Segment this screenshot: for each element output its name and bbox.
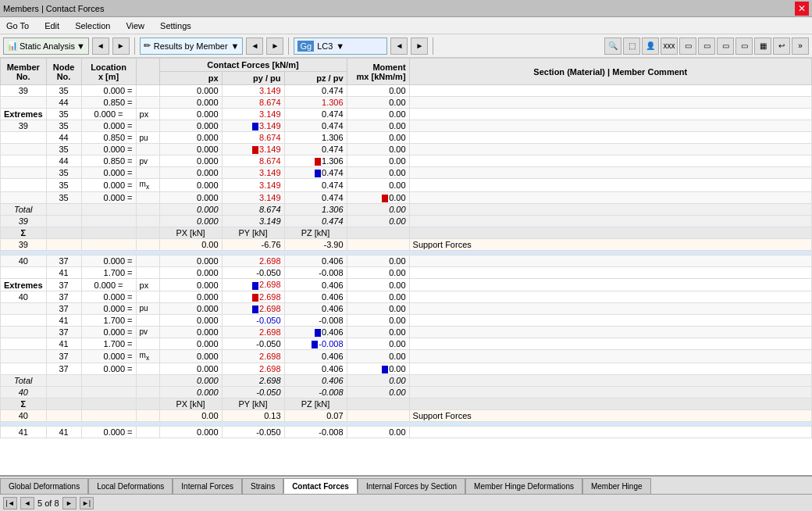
table-row: 350.000 =mx0.0003.1490.4740.00 [1, 179, 812, 192]
tab-local-deformations[interactable]: Local Deformations [88, 478, 173, 494]
table-row: Total0.0008.6741.3060.00 [1, 204, 812, 216]
table-row: 411.700 =0.000-0.050-0.0080.00 [1, 338, 812, 349]
header-location: Locationx [m] [81, 59, 136, 85]
tab-internal-forces[interactable]: Internal Forces [173, 478, 242, 494]
tool-btn-8[interactable]: ▭ [735, 38, 753, 55]
title-bar: Members | Contact Forces ✕ [0, 0, 812, 17]
table-row: 390.0003.1490.4740.00 [1, 216, 812, 227]
static-analysis-label: Static Analysis [20, 41, 75, 51]
load-case-dropdown[interactable]: Gg LC3 ▼ [294, 38, 387, 55]
dropdown-arrow-icon: ▼ [77, 41, 85, 51]
nav-first-button[interactable]: |◄ [3, 497, 17, 509]
nav-prev-button[interactable]: ◄ [92, 38, 109, 55]
table-row: 370.000 =mx0.0002.6980.4060.00 [1, 349, 812, 363]
table-container: MemberNo. NodeNo. Locationx [m] Contact … [0, 58, 812, 475]
results-by-member-dropdown[interactable]: ✏ Results by Member ▼ [140, 38, 244, 55]
table-row: 39350.000 =0.0003.1490.4740.00 [1, 120, 812, 132]
table-row: 411.700 =0.000-0.050-0.0080.00 [1, 314, 812, 326]
toolbar-separator-2 [288, 38, 289, 55]
tool-btn-9[interactable]: ▦ [754, 38, 771, 55]
table-row: ΣPX [kN]PY [kN]PZ [kN] [1, 398, 812, 410]
title-text: Members | Contact Forces [3, 4, 104, 13]
tab-member-hinge-deformations[interactable]: Member Hinge Deformations [465, 478, 582, 494]
menu-view[interactable]: View [123, 20, 148, 32]
table-row: 400.000.130.07Support Forces [1, 410, 812, 422]
table-row: 411.700 =0.000-0.050-0.0080.00 [1, 267, 812, 279]
header-section: Section (Material) | Member Comment [409, 59, 811, 85]
table-row: 440.850 =pu0.0008.6741.3060.00 [1, 132, 812, 144]
chart-icon: 📊 [7, 41, 18, 51]
results-nav-prev[interactable]: ◄ [246, 38, 263, 55]
tab-global-deformations[interactable]: Global Deformations [0, 478, 88, 494]
tool-btn-3[interactable]: 👤 [642, 38, 659, 55]
table-row: 370.000 =pu0.0002.6980.4060.00 [1, 302, 812, 314]
results-by-member-label: Results by Member [154, 41, 228, 51]
bottom-tabs: Global DeformationsLocal DeformationsInt… [0, 475, 812, 494]
tool-btn-5[interactable]: ▭ [679, 38, 696, 55]
header-pz: pz / pv [284, 72, 347, 85]
load-case-label: LC3 [317, 41, 333, 51]
table-row: 400.000-0.050-0.0080.00 [1, 387, 812, 398]
table-row: 41410.000 =0.000-0.050-0.0080.00 [1, 427, 812, 438]
table-row: 390.00-6.76-3.90Support Forces [1, 239, 812, 251]
table-row: 370.000 =pv0.0002.6980.4060.00 [1, 326, 812, 338]
table-row: Total0.0002.6980.4060.00 [1, 375, 812, 387]
lc-nav-next[interactable]: ► [411, 38, 428, 55]
tool-btn-2[interactable]: ⬚ [623, 38, 640, 55]
table-row: 39350.000 =0.0003.1490.4740.00 [1, 85, 812, 97]
table-row: 440.850 =pv0.0008.6741.3060.00 [1, 155, 812, 167]
dropdown-arrow-2-icon: ▼ [231, 41, 240, 51]
header-member-no: MemberNo. [1, 59, 47, 85]
tab-internal-forces-by-section[interactable]: Internal Forces by Section [358, 478, 465, 494]
table-row: Extremes370.000 =px0.0002.6980.4060.00 [1, 279, 812, 291]
toolbar-separator-3 [433, 38, 433, 55]
tab-strains[interactable]: Strains [242, 478, 283, 494]
nav-last-button[interactable]: ►| [80, 497, 94, 509]
table-row: 40370.000 =0.0002.6980.4060.00 [1, 256, 812, 267]
table-row: 350.000 =0.0003.1490.4740.00 [1, 167, 812, 179]
tool-btn-10[interactable]: ↩ [773, 38, 790, 55]
menu-edit[interactable]: Edit [41, 20, 62, 32]
toolbar-separator-1 [134, 38, 135, 55]
header-contact-forces: Contact Forces [kN/m] [159, 59, 347, 72]
tool-btn-1[interactable]: 🔍 [604, 38, 621, 55]
pencil-icon: ✏ [144, 41, 151, 51]
load-case-dropdown-icon: ▼ [336, 41, 344, 51]
header-moment: Momentmx [kNm/m] [347, 59, 409, 85]
menu-selection[interactable]: Selection [72, 20, 113, 32]
nav-prev-status-button[interactable]: ◄ [20, 497, 34, 509]
tab-member-hinge[interactable]: Member Hinge [582, 478, 651, 494]
header-px: px [159, 72, 222, 85]
status-bar: |◄ ◄ 5 of 8 ► ►| [0, 494, 812, 511]
table-row: ΣPX [kN]PY [kN]PZ [kN] [1, 227, 812, 239]
header-node-no: NodeNo. [46, 59, 81, 85]
table-row: 350.000 =0.0003.1490.4740.00 [1, 144, 812, 155]
close-button[interactable]: ✕ [795, 2, 809, 16]
nav-next-button[interactable]: ► [112, 38, 130, 55]
table-row: 370.000 =0.0002.6980.4060.00 [1, 363, 812, 374]
table-row: Extremes350.000 =px0.0003.1490.4740.00 [1, 109, 812, 120]
tool-btn-4[interactable]: xxx [661, 38, 678, 55]
menu-settings[interactable]: Settings [157, 20, 194, 32]
tool-btn-6[interactable]: ▭ [698, 38, 715, 55]
header-spacer [136, 59, 159, 85]
nav-next-status-button[interactable]: ► [62, 497, 77, 509]
table-row: 40370.000 =0.0002.6980.4060.00 [1, 291, 812, 302]
table-row: 440.850 =0.0008.6741.3060.00 [1, 97, 812, 109]
contact-forces-table: MemberNo. NodeNo. Locationx [m] Contact … [0, 58, 812, 438]
menu-goto[interactable]: Go To [3, 20, 32, 32]
lc-nav-prev[interactable]: ◄ [390, 38, 408, 55]
status-text: 5 of 8 [37, 498, 59, 508]
tool-btn-more[interactable]: » [792, 38, 809, 55]
static-analysis-selector[interactable]: 📊 Static Analysis ▼ [3, 38, 89, 55]
tab-contact-forces[interactable]: Contact Forces [283, 478, 358, 494]
table-row: 350.000 =0.0003.1490.4740.00 [1, 192, 812, 204]
toolbar: 📊 Static Analysis ▼ ◄ ► ✏ Results by Mem… [0, 34, 812, 58]
results-nav-next[interactable]: ► [266, 38, 283, 55]
tool-btn-7[interactable]: ▭ [717, 38, 734, 55]
load-case-code: Gg [297, 41, 314, 52]
menu-bar: Go To Edit Selection View Settings [0, 17, 812, 34]
header-py: py / pu [222, 72, 284, 85]
